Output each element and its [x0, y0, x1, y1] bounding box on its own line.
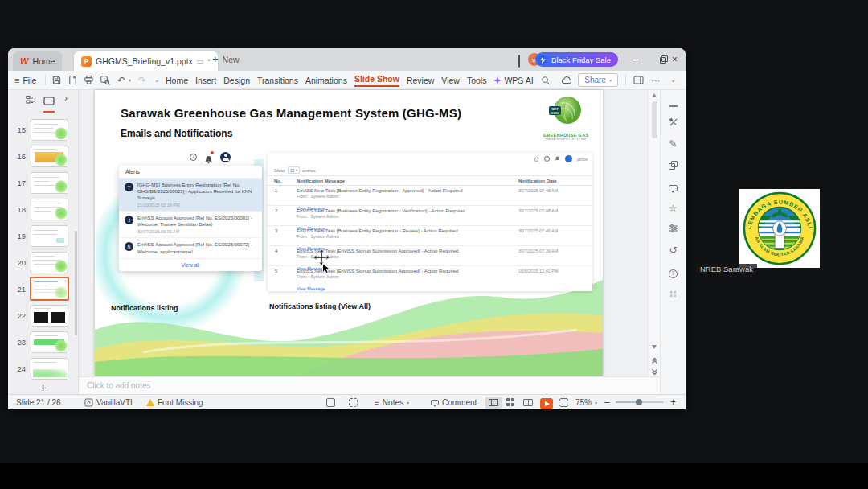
bell-icon: [555, 156, 560, 162]
scrollbar-thumb[interactable]: [652, 101, 657, 138]
proofing-pen-icon[interactable]: ✎: [661, 138, 686, 150]
slide-preview: [31, 225, 68, 247]
theme-indicator[interactable]: VanillaVTI: [84, 395, 133, 409]
export-pdf-icon[interactable]: [68, 71, 78, 89]
redo-button[interactable]: ↷: [138, 71, 146, 89]
menu-transitions[interactable]: Transitions: [257, 76, 298, 85]
menu-home[interactable]: Home: [166, 76, 188, 85]
play-slideshow-button[interactable]: [540, 397, 553, 411]
scroll-up-icon[interactable]: [652, 93, 657, 97]
slide-number: 15: [10, 125, 26, 134]
collapse-icon[interactable]: [661, 98, 686, 109]
history-icon[interactable]: ↺: [661, 244, 686, 256]
comment-toggle[interactable]: Comment: [431, 395, 477, 409]
home-tab[interactable]: W Home: [13, 51, 62, 71]
previous-slide-button[interactable]: [651, 353, 658, 360]
slide-subtitle: Emails and Notifications: [121, 128, 232, 139]
favorites-star-icon[interactable]: ☆: [661, 203, 686, 214]
alert-avatar: N: [125, 242, 133, 251]
task-pane-icon[interactable]: [633, 71, 644, 89]
comment-panel-icon[interactable]: [661, 183, 686, 194]
warning-icon: [146, 399, 154, 406]
outline-view-icon[interactable]: [26, 95, 35, 105]
participant-video[interactable]: LEMBAGA SUMBER ASLI DAN ALAM SEKITAR SAR…: [739, 189, 820, 268]
slide-thumbnail-22[interactable]: 22: [8, 305, 78, 327]
slide-thumbnail-15[interactable]: 15: [8, 119, 78, 142]
lightning-icon: [538, 55, 548, 65]
print-preview-icon[interactable]: [100, 71, 110, 89]
present-from-current-icon[interactable]: [349, 395, 358, 409]
help-icon[interactable]: ?: [661, 266, 686, 278]
notes-bar[interactable]: Click to add notes: [79, 376, 660, 394]
search-icon[interactable]: [541, 76, 551, 85]
menu-review[interactable]: Review: [407, 76, 434, 85]
apps-grid-icon[interactable]: [661, 289, 686, 300]
slide-thumbnail-24[interactable]: 24: [8, 358, 78, 380]
add-slide-button[interactable]: +: [8, 381, 78, 394]
wps-ai-menu[interactable]: WPS AI: [493, 76, 533, 85]
menu-view[interactable]: View: [441, 76, 460, 85]
expand-panel-chevron[interactable]: ›: [64, 92, 68, 104]
menu-bar: Home Insert Design Transitions Animation…: [166, 71, 551, 89]
menu-design[interactable]: Design: [223, 76, 250, 85]
slide-thumbnail-16[interactable]: 16: [8, 146, 78, 168]
share-button[interactable]: Share ▾: [578, 73, 618, 87]
rehearse-timer-icon[interactable]: [326, 395, 335, 409]
file-menu[interactable]: ≡ File: [14, 71, 36, 89]
font-missing-warning[interactable]: Font Missing: [146, 395, 203, 409]
adjust-settings-icon[interactable]: [661, 224, 686, 236]
home-tab-label: Home: [32, 56, 55, 66]
collapse-ribbon-chevron[interactable]: ⌄: [670, 71, 676, 89]
slide-thumbnail-23[interactable]: 23: [8, 331, 78, 354]
slide-number: 18: [10, 205, 26, 214]
menu-animations[interactable]: Animations: [305, 76, 347, 85]
promo-button[interactable]: Black Friday Sale: [535, 52, 618, 67]
zoom-dropdown-chevron[interactable]: ▾: [595, 395, 597, 409]
zoom-in-button[interactable]: +: [670, 395, 676, 409]
quick-tools-icon[interactable]: [661, 117, 686, 129]
undo-button[interactable]: ↶▾: [117, 71, 131, 89]
alert-date: 30/07/2025 09:09 AM: [137, 229, 256, 234]
more-options-icon[interactable]: ⋯: [652, 71, 661, 89]
shapes-icon[interactable]: [661, 161, 686, 172]
reading-view-button[interactable]: [523, 395, 533, 409]
thumbnail-scrollbar[interactable]: [75, 231, 77, 335]
slide-canvas[interactable]: Sarawak Greenhouse Gas Management System…: [95, 90, 603, 376]
customize-toolbar-chevron[interactable]: ⌄: [154, 71, 160, 89]
notification-message: EnViSS New Task [Business Entity Registr…: [297, 228, 512, 233]
slide-thumbnail-19[interactable]: 19: [8, 225, 78, 248]
slide-sorter-button[interactable]: [506, 395, 514, 409]
tab-list-icon[interactable]: [518, 55, 520, 67]
slide-scrollbar[interactable]: [648, 90, 660, 376]
caption-left: Notifications listing: [111, 304, 178, 312]
normal-view-button[interactable]: [485, 395, 502, 409]
next-slide-button[interactable]: [651, 364, 658, 372]
document-tab[interactable]: P GHGMS_Briefing_v1.pptx ▭ *: [74, 51, 218, 71]
menu-slide-show[interactable]: Slide Show: [354, 74, 399, 87]
slide-number: 23: [10, 338, 26, 347]
minimize-button[interactable]: –: [635, 54, 641, 65]
zoom-slider[interactable]: [616, 395, 664, 409]
alerts-dropdown-screenshot[interactable]: Alerts T [GHG-MS] Business Entity Regist…: [119, 166, 262, 271]
slide-thumbnail-17[interactable]: 17: [8, 172, 78, 195]
notes-toggle[interactable]: ≡ Notes ▾: [375, 395, 409, 409]
cloud-sync-icon[interactable]: [561, 71, 573, 89]
menu-insert[interactable]: Insert: [195, 76, 216, 85]
menu-tools[interactable]: Tools: [467, 76, 487, 85]
slide-thumbnail-21-current[interactable]: 21: [8, 278, 78, 301]
slide-number: 19: [10, 232, 26, 240]
slide-thumbnail-20[interactable]: 20: [8, 252, 78, 274]
print-icon[interactable]: [84, 71, 94, 89]
slide-thumbnail-18[interactable]: 18: [8, 199, 78, 221]
column-date: Notification Date: [518, 179, 557, 183]
scroll-down-icon[interactable]: [652, 345, 657, 349]
fullscreen-icon[interactable]: [559, 395, 568, 409]
zoom-percent[interactable]: 75%: [575, 395, 592, 409]
save-icon[interactable]: [51, 71, 62, 89]
new-tab-button[interactable]: + New: [212, 53, 240, 65]
alert-text: [GHG-MS] Business Entity Registration [R…: [137, 182, 256, 201]
slide-view-icon[interactable]: [43, 94, 55, 113]
zoom-out-button[interactable]: –: [604, 395, 610, 409]
notes-placeholder: Click to add notes: [87, 381, 151, 390]
close-button[interactable]: ×: [672, 54, 678, 65]
